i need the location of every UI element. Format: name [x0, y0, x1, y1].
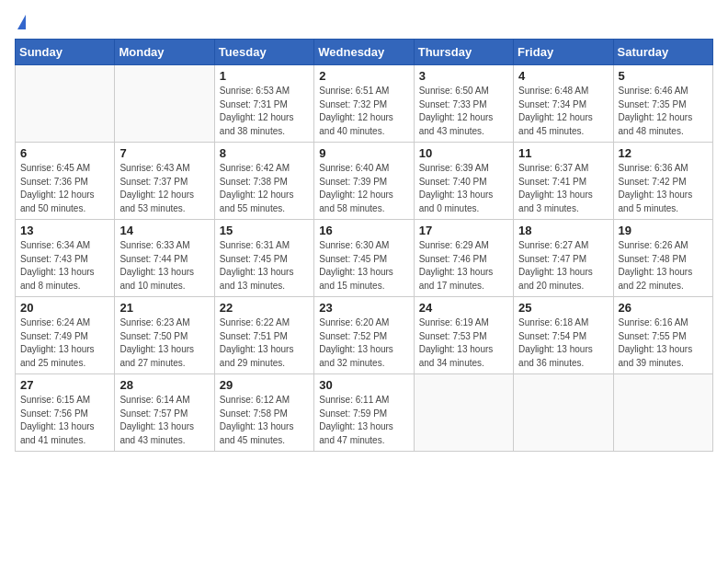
day-number: 30 [319, 378, 408, 392]
day-number: 17 [419, 224, 508, 237]
calendar-cell: 15Sunrise: 6:31 AM Sunset: 7:45 PM Dayli… [214, 220, 313, 297]
day-number: 5 [619, 69, 708, 83]
calendar-cell [414, 374, 513, 452]
day-of-week-header: Tuesday [214, 40, 313, 65]
day-number: 10 [419, 146, 508, 160]
day-number: 3 [419, 69, 508, 83]
day-number: 2 [319, 69, 408, 83]
day-number: 6 [20, 146, 109, 160]
calendar-cell: 4Sunrise: 6:48 AM Sunset: 7:34 PM Daylig… [514, 65, 613, 143]
day-info: Sunrise: 6:31 AM Sunset: 7:45 PM Dayligh… [220, 239, 309, 293]
day-of-week-header: Saturday [613, 40, 712, 65]
calendar-cell [16, 65, 115, 143]
calendar-cell: 2Sunrise: 6:51 AM Sunset: 7:32 PM Daylig… [314, 65, 414, 143]
day-number: 26 [619, 301, 708, 315]
calendar-cell: 25Sunrise: 6:18 AM Sunset: 7:54 PM Dayli… [514, 297, 613, 374]
day-info: Sunrise: 6:24 AM Sunset: 7:49 PM Dayligh… [20, 316, 109, 370]
day-info: Sunrise: 6:22 AM Sunset: 7:51 PM Dayligh… [220, 316, 309, 370]
day-info: Sunrise: 6:19 AM Sunset: 7:53 PM Dayligh… [419, 316, 508, 370]
calendar-week-row: 6Sunrise: 6:45 AM Sunset: 7:36 PM Daylig… [16, 143, 713, 220]
day-info: Sunrise: 6:12 AM Sunset: 7:58 PM Dayligh… [220, 394, 309, 447]
calendar-cell: 5Sunrise: 6:46 AM Sunset: 7:35 PM Daylig… [613, 65, 712, 143]
calendar-week-row: 27Sunrise: 6:15 AM Sunset: 7:56 PM Dayli… [16, 374, 713, 452]
calendar-cell: 20Sunrise: 6:24 AM Sunset: 7:49 PM Dayli… [16, 297, 115, 374]
calendar-cell: 8Sunrise: 6:42 AM Sunset: 7:38 PM Daylig… [214, 143, 313, 220]
day-number: 11 [518, 146, 608, 160]
calendar-cell: 13Sunrise: 6:34 AM Sunset: 7:43 PM Dayli… [16, 220, 115, 297]
day-info: Sunrise: 6:14 AM Sunset: 7:57 PM Dayligh… [119, 394, 209, 447]
day-info: Sunrise: 6:15 AM Sunset: 7:56 PM Dayligh… [20, 394, 109, 447]
calendar-cell: 26Sunrise: 6:16 AM Sunset: 7:55 PM Dayli… [613, 297, 712, 374]
day-info: Sunrise: 6:36 AM Sunset: 7:42 PM Dayligh… [619, 162, 708, 215]
day-number: 22 [220, 301, 309, 315]
calendar-week-row: 1Sunrise: 6:53 AM Sunset: 7:31 PM Daylig… [16, 65, 713, 143]
calendar-cell: 12Sunrise: 6:36 AM Sunset: 7:42 PM Dayli… [613, 143, 712, 220]
day-info: Sunrise: 6:48 AM Sunset: 7:34 PM Dayligh… [518, 85, 608, 138]
day-number: 29 [220, 378, 309, 392]
day-number: 9 [319, 146, 408, 160]
day-number: 21 [119, 301, 209, 315]
calendar-cell: 27Sunrise: 6:15 AM Sunset: 7:56 PM Dayli… [16, 374, 115, 452]
day-number: 14 [119, 224, 209, 237]
day-info: Sunrise: 6:51 AM Sunset: 7:32 PM Dayligh… [319, 85, 408, 138]
day-number: 8 [220, 146, 309, 160]
day-info: Sunrise: 6:46 AM Sunset: 7:35 PM Dayligh… [619, 85, 708, 138]
day-info: Sunrise: 6:40 AM Sunset: 7:39 PM Dayligh… [319, 162, 408, 215]
logo-triangle-icon [17, 15, 26, 29]
calendar-cell: 9Sunrise: 6:40 AM Sunset: 7:39 PM Daylig… [314, 143, 414, 220]
calendar-cell: 28Sunrise: 6:14 AM Sunset: 7:57 PM Dayli… [115, 374, 214, 452]
day-info: Sunrise: 6:11 AM Sunset: 7:59 PM Dayligh… [319, 394, 408, 447]
day-info: Sunrise: 6:42 AM Sunset: 7:38 PM Dayligh… [220, 162, 309, 215]
calendar-week-row: 13Sunrise: 6:34 AM Sunset: 7:43 PM Dayli… [16, 220, 713, 297]
calendar-cell: 1Sunrise: 6:53 AM Sunset: 7:31 PM Daylig… [214, 65, 313, 143]
calendar-table: SundayMondayTuesdayWednesdayThursdayFrid… [15, 39, 713, 452]
day-number: 18 [518, 224, 608, 237]
calendar-cell: 19Sunrise: 6:26 AM Sunset: 7:48 PM Dayli… [613, 220, 712, 297]
day-number: 4 [518, 69, 608, 83]
day-info: Sunrise: 6:34 AM Sunset: 7:43 PM Dayligh… [20, 239, 109, 293]
calendar-cell: 22Sunrise: 6:22 AM Sunset: 7:51 PM Dayli… [214, 297, 313, 374]
day-number: 25 [518, 301, 608, 315]
day-of-week-header: Friday [514, 40, 613, 65]
day-info: Sunrise: 6:30 AM Sunset: 7:45 PM Dayligh… [319, 239, 408, 293]
calendar-cell: 23Sunrise: 6:20 AM Sunset: 7:52 PM Dayli… [314, 297, 414, 374]
calendar-cell: 21Sunrise: 6:23 AM Sunset: 7:50 PM Dayli… [115, 297, 214, 374]
calendar-cell: 6Sunrise: 6:45 AM Sunset: 7:36 PM Daylig… [16, 143, 115, 220]
day-number: 13 [20, 224, 109, 237]
day-number: 16 [319, 224, 408, 237]
day-info: Sunrise: 6:23 AM Sunset: 7:50 PM Dayligh… [119, 316, 209, 370]
calendar-cell: 30Sunrise: 6:11 AM Sunset: 7:59 PM Dayli… [314, 374, 414, 452]
calendar-cell: 17Sunrise: 6:29 AM Sunset: 7:46 PM Dayli… [414, 220, 513, 297]
calendar-cell: 29Sunrise: 6:12 AM Sunset: 7:58 PM Dayli… [214, 374, 313, 452]
calendar-cell [514, 374, 613, 452]
day-number: 1 [220, 69, 309, 83]
calendar-cell: 18Sunrise: 6:27 AM Sunset: 7:47 PM Dayli… [514, 220, 613, 297]
calendar-cell: 3Sunrise: 6:50 AM Sunset: 7:33 PM Daylig… [414, 65, 513, 143]
day-number: 7 [119, 146, 209, 160]
calendar-cell: 14Sunrise: 6:33 AM Sunset: 7:44 PM Dayli… [115, 220, 214, 297]
day-info: Sunrise: 6:20 AM Sunset: 7:52 PM Dayligh… [319, 316, 408, 370]
day-number: 19 [619, 224, 708, 237]
calendar-cell: 10Sunrise: 6:39 AM Sunset: 7:40 PM Dayli… [414, 143, 513, 220]
calendar-header-row: SundayMondayTuesdayWednesdayThursdayFrid… [16, 40, 713, 65]
day-info: Sunrise: 6:33 AM Sunset: 7:44 PM Dayligh… [119, 239, 209, 293]
day-number: 23 [319, 301, 408, 315]
calendar-cell: 11Sunrise: 6:37 AM Sunset: 7:41 PM Dayli… [514, 143, 613, 220]
calendar-cell: 7Sunrise: 6:43 AM Sunset: 7:37 PM Daylig… [115, 143, 214, 220]
day-info: Sunrise: 6:37 AM Sunset: 7:41 PM Dayligh… [518, 162, 608, 215]
day-of-week-header: Sunday [16, 40, 115, 65]
day-info: Sunrise: 6:29 AM Sunset: 7:46 PM Dayligh… [419, 239, 508, 293]
calendar-cell: 16Sunrise: 6:30 AM Sunset: 7:45 PM Dayli… [314, 220, 414, 297]
calendar-cell [115, 65, 214, 143]
day-of-week-header: Wednesday [314, 40, 414, 65]
day-number: 12 [619, 146, 708, 160]
calendar-cell [613, 374, 712, 452]
day-number: 15 [220, 224, 309, 237]
day-info: Sunrise: 6:26 AM Sunset: 7:48 PM Dayligh… [619, 239, 708, 293]
day-of-week-header: Thursday [414, 40, 513, 65]
day-info: Sunrise: 6:27 AM Sunset: 7:47 PM Dayligh… [518, 239, 608, 293]
day-number: 24 [419, 301, 508, 315]
day-number: 28 [119, 378, 209, 392]
day-info: Sunrise: 6:39 AM Sunset: 7:40 PM Dayligh… [419, 162, 508, 215]
day-number: 27 [20, 378, 109, 392]
